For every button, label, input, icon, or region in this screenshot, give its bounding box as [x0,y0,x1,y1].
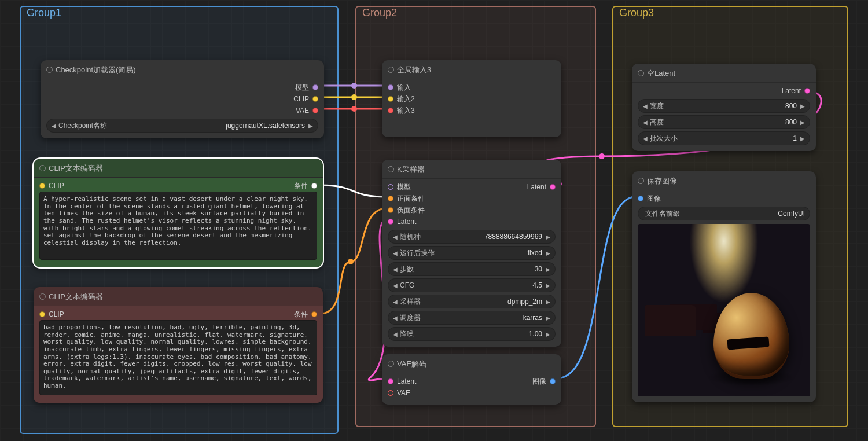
node-empty-latent[interactable]: 空Latent Latent ◀宽度800▶◀高度800▶◀批次大小1▶ [632,64,816,151]
vae-decode-title: VAE解码 [382,354,561,373]
clip-pos-out: 条件 [294,181,308,191]
node-clip-positive[interactable]: CLIP文本编码器 CLIP 条件 [34,159,323,267]
ksampler-widget-1[interactable]: ◀运行后操作fixed▶ [388,246,556,260]
chevron-right-icon[interactable]: ▶ [797,103,805,109]
empty-latent-out: Latent [782,87,801,95]
clip-pos-in: CLIP [49,182,64,190]
group1-title: Group1 [24,6,64,20]
checkpoint-out-model: 模型 [295,83,309,93]
chevron-right-icon[interactable]: ▶ [542,266,550,273]
chevron-right-icon[interactable]: ▶ [542,299,550,305]
global-in-title: 全局输入3 [382,60,561,79]
chevron-left-icon[interactable]: ◀ [393,234,398,240]
clip-pos-text[interactable] [39,192,317,260]
chevron-right-icon[interactable]: ▶ [542,331,550,337]
clip-neg-out: 条件 [294,310,308,319]
chevron-left-icon[interactable]: ◀ [643,135,648,142]
clip-neg-text[interactable] [39,320,317,395]
ksampler-title: K采样器 [382,160,561,178]
checkpoint-title: Checkpoint加载器(简易) [41,60,324,79]
ksampler-in-pos: 正面条件 [397,194,425,204]
ksampler-widget-3[interactable]: ◀CFG4.5▶ [388,278,556,292]
latent-widget-2[interactable]: ◀批次大小1▶ [638,131,810,145]
chevron-left-icon[interactable]: ◀ [393,331,398,337]
vae-decode-out-img: 图像 [532,377,546,387]
chevron-left-icon[interactable]: ◀ [393,266,398,273]
filename-prefix-value: ComfyUI [778,210,805,218]
global-in-1: 输入 [397,83,411,93]
ksampler-in-latent: Latent [397,218,416,226]
ksampler-widget-6[interactable]: ◀降噪1.00▶ [388,327,556,341]
chevron-right-icon[interactable]: ▶ [797,119,805,126]
checkpoint-widget-value: juggernautXL.safetensors [226,122,305,130]
latent-widget-0[interactable]: ◀宽度800▶ [638,99,810,113]
ksampler-out-latent: Latent [527,183,546,191]
chevron-right-icon[interactable]: ▶ [542,234,550,240]
chevron-right-icon[interactable]: ▶ [542,250,550,256]
filename-prefix-widget[interactable]: 文件名前缀 ComfyUI [638,207,810,220]
ksampler-in-model: 模型 [397,182,411,192]
ksampler-widget-0[interactable]: ◀随机种788888664859969▶ [388,230,556,244]
global-in-3: 输入3 [397,106,415,116]
chevron-left-icon[interactable]: ◀ [643,103,648,109]
clip-pos-title: CLIP文本编码器 [34,159,323,177]
node-save-image[interactable]: 保存图像 图像 文件名前缀 ComfyUI [632,171,816,402]
chevron-right-icon[interactable]: ▶ [542,282,550,289]
node-ksampler[interactable]: K采样器 模型 Latent 正面条件 负面条件 Latent ◀随机种7888… [382,160,561,347]
ksampler-widget-5[interactable]: ◀调度器karras▶ [388,311,556,325]
checkpoint-out-vae: VAE [296,106,309,115]
group3-title: Group3 [617,6,656,20]
empty-latent-title: 空Latent [632,64,816,82]
chevron-left-icon[interactable]: ◀ [393,250,398,256]
output-preview-image [638,224,810,396]
chevron-left-icon[interactable]: ◀ [393,315,398,321]
node-checkpoint-loader[interactable]: Checkpoint加载器(简易) 模型 CLIP VAE ◀ Checkpoi… [41,60,324,138]
vae-decode-in-latent: Latent [397,377,416,385]
node-global-inputs[interactable]: 全局输入3 输入 输入2 输入3 [382,60,561,137]
filename-prefix-label: 文件名前缀 [643,209,680,219]
save-image-title: 保存图像 [632,171,816,190]
checkpoint-name-widget[interactable]: ◀ Checkpoint名称 juggernautXL.safetensors … [46,119,318,133]
ksampler-in-neg: 负面条件 [397,205,425,215]
checkpoint-widget-label: Checkpoint名称 [56,121,107,131]
ksampler-widget-4[interactable]: ◀采样器dpmpp_2m▶ [388,295,556,308]
clip-neg-in: CLIP [49,310,64,318]
chevron-left-icon[interactable]: ◀ [52,123,56,129]
latent-widget-1[interactable]: ◀高度800▶ [638,115,810,129]
checkpoint-out-clip: CLIP [293,95,309,103]
global-in-2: 输入2 [397,94,415,104]
chevron-right-icon[interactable]: ▶ [797,135,805,142]
group2-title: Group2 [360,6,399,20]
chevron-right-icon[interactable]: ▶ [305,123,313,129]
chevron-right-icon[interactable]: ▶ [542,315,550,321]
svg-point-16 [599,153,605,159]
node-vae-decode[interactable]: VAE解码 Latent 图像 VAE [382,354,561,405]
svg-point-13 [348,259,354,264]
ksampler-widget-2[interactable]: ◀步数30▶ [388,262,556,276]
node-clip-negative[interactable]: CLIP文本编码器 CLIP 条件 [34,287,323,403]
clip-neg-title: CLIP文本编码器 [34,287,323,306]
vae-decode-in-vae: VAE [397,389,410,397]
save-image-in: 图像 [647,194,661,204]
chevron-left-icon[interactable]: ◀ [643,119,648,126]
chevron-left-icon[interactable]: ◀ [393,282,398,289]
chevron-left-icon[interactable]: ◀ [393,299,398,305]
